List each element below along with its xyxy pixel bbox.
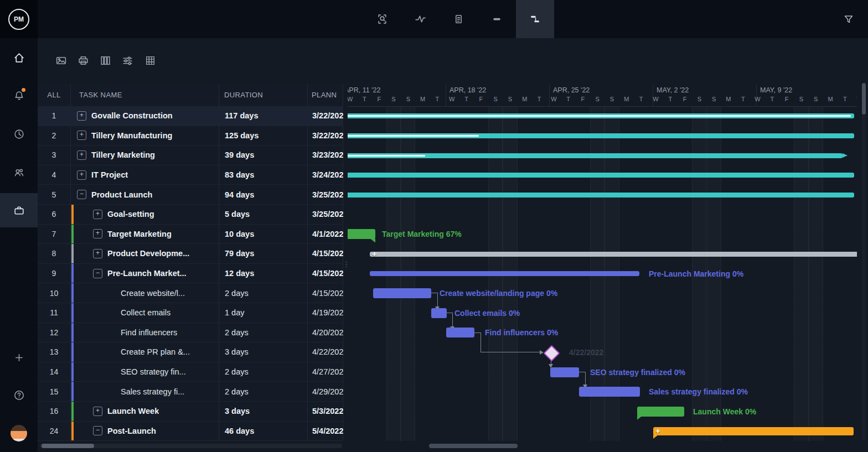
task-name: Post-Launch: [107, 427, 156, 435]
table-row[interactable]: 12Find influencers2 days4/20/2022: [38, 323, 343, 343]
gantt-bar[interactable]: [431, 308, 447, 318]
grid-button[interactable]: [140, 50, 160, 70]
expand-icon[interactable]: +: [93, 210, 102, 219]
task-name: Sales strategy fi...: [121, 387, 184, 396]
gantt-bar[interactable]: [446, 328, 474, 337]
gantt-bar[interactable]: [370, 252, 857, 257]
clock-icon: [13, 128, 25, 140]
expand-icon[interactable]: +: [93, 249, 102, 258]
task-name-cell: Create website/l...: [70, 283, 219, 303]
collapse-icon[interactable]: −: [77, 190, 86, 199]
print-button[interactable]: [73, 50, 93, 70]
gantt-bar[interactable]: [348, 229, 375, 239]
nav-home[interactable]: [0, 42, 38, 73]
table-row[interactable]: 2+Tillery Manufacturing125 days3/22/2022: [38, 126, 343, 146]
clipboard-icon: [453, 13, 464, 25]
collapse-icon[interactable]: −: [93, 426, 102, 435]
gantt-bar[interactable]: [550, 367, 579, 377]
nav-recent[interactable]: [0, 118, 38, 149]
nav-team[interactable]: [0, 157, 38, 188]
day-label: S: [590, 96, 604, 102]
progress-stripe: [348, 155, 425, 157]
day-label: T: [561, 96, 576, 102]
vscroll-track[interactable]: [862, 84, 866, 441]
collapse-icon[interactable]: −: [93, 269, 102, 278]
tab-gantt[interactable]: [516, 0, 554, 38]
table-row[interactable]: 3+Tillery Marketing39 days3/23/2022: [38, 146, 343, 165]
day-label: W: [648, 96, 663, 102]
vscroll-thumb[interactable]: [862, 83, 866, 115]
gantt-bar[interactable]: [348, 133, 854, 138]
table-row[interactable]: 4+IT Project83 days3/24/2022: [38, 165, 343, 185]
tab-notes[interactable]: [440, 0, 478, 38]
settings-button[interactable]: [117, 50, 137, 70]
table-hscroll-thumb[interactable]: [42, 444, 94, 448]
app-logo[interactable]: PM: [0, 0, 38, 38]
task-name: Create PR plan &...: [121, 347, 190, 356]
table-row[interactable]: 11Collect emails1 day4/19/2022: [38, 303, 343, 323]
table-row[interactable]: 8+Product Developme...79 days4/15/2022: [38, 244, 343, 264]
add-task-marker[interactable]: +: [655, 427, 660, 435]
gantt-bar[interactable]: [653, 427, 854, 435]
expand-icon[interactable]: +: [77, 131, 86, 140]
table-row[interactable]: 13Create PR plan &...3 days4/22/2022: [38, 342, 343, 362]
milestone-diamond[interactable]: [544, 345, 560, 362]
gantt-bar[interactable]: [579, 387, 640, 397]
filter-button[interactable]: [837, 0, 860, 38]
day-label: S: [794, 96, 808, 102]
nav-add[interactable]: [0, 342, 38, 373]
nav-projects[interactable]: [0, 193, 38, 227]
columns-button[interactable]: [95, 50, 115, 70]
table-row[interactable]: 16+Launch Week3 days5/3/2022: [38, 402, 343, 422]
task-name: Launch Week: [107, 407, 159, 415]
chart-hscroll-thumb[interactable]: [429, 444, 518, 448]
table-row[interactable]: 5−Product Launch94 days3/25/2022: [38, 185, 343, 205]
table-row[interactable]: 15Sales strategy fi...2 days4/29/2022: [38, 382, 343, 402]
task-name-cell: +Launch Week: [70, 402, 219, 421]
day-label: T: [634, 96, 648, 102]
table-chart-splitter[interactable]: ⋮⋮: [343, 84, 348, 441]
day-label: S: [707, 96, 721, 102]
table-row[interactable]: 9−Pre-Launch Market...12 days4/15/2022: [38, 264, 343, 284]
expand-icon[interactable]: +: [77, 170, 86, 180]
bar-label: Target Marketing 67%: [382, 229, 462, 239]
header-planned[interactable]: PLANN: [312, 84, 337, 106]
gantt-bar[interactable]: [370, 271, 639, 276]
expand-icon[interactable]: +: [77, 150, 86, 160]
notification-dot: [22, 88, 25, 92]
gantt-bar[interactable]: [348, 113, 854, 118]
dependency-arrow: [540, 350, 544, 355]
expand-icon[interactable]: +: [77, 111, 86, 121]
table-row[interactable]: 6+Goal-setting5 days3/25/2022: [38, 205, 343, 225]
task-name-cell: +Tillery Manufacturing: [70, 126, 219, 146]
table-row[interactable]: 14SEO strategy fin...2 days4/27/2022: [38, 362, 343, 382]
gantt-bar[interactable]: [348, 193, 854, 198]
tab-timeline[interactable]: [478, 0, 516, 38]
tab-activity[interactable]: [401, 0, 440, 38]
table-row[interactable]: 1+Govalle Construction117 days3/22/2022: [38, 106, 343, 126]
task-name: Target Marketing: [107, 230, 172, 238]
gantt-bar[interactable]: [637, 407, 684, 417]
home-icon: [13, 52, 25, 64]
table-row[interactable]: 7+Target Marketing10 days4/1/2022: [38, 225, 343, 245]
row-number: 16: [38, 402, 70, 421]
gantt-bar[interactable]: [373, 288, 431, 298]
side-nav: [0, 38, 38, 452]
planned-start-cell: 5/3/2022: [307, 402, 343, 421]
snapshot-button[interactable]: [51, 50, 71, 70]
nav-profile[interactable]: [0, 418, 38, 449]
gantt-bar[interactable]: [348, 173, 854, 178]
expand-icon[interactable]: +: [93, 229, 102, 238]
header-all[interactable]: ALL: [38, 84, 70, 106]
header-task-name[interactable]: TASK NAME: [79, 84, 122, 106]
header-duration[interactable]: DURATION: [224, 84, 263, 106]
tab-zoom-search[interactable]: [363, 0, 401, 38]
table-row[interactable]: 24−Post-Launch46 days5/4/2022: [38, 422, 343, 441]
nav-notifications[interactable]: [0, 80, 38, 111]
gantt-bar[interactable]: [348, 153, 843, 158]
add-task-marker[interactable]: +: [372, 250, 377, 258]
day-label: M: [721, 96, 736, 102]
table-row[interactable]: 10Create website/l...2 days4/15/2022: [38, 283, 343, 303]
expand-icon[interactable]: +: [93, 407, 102, 416]
nav-help[interactable]: [0, 380, 38, 411]
